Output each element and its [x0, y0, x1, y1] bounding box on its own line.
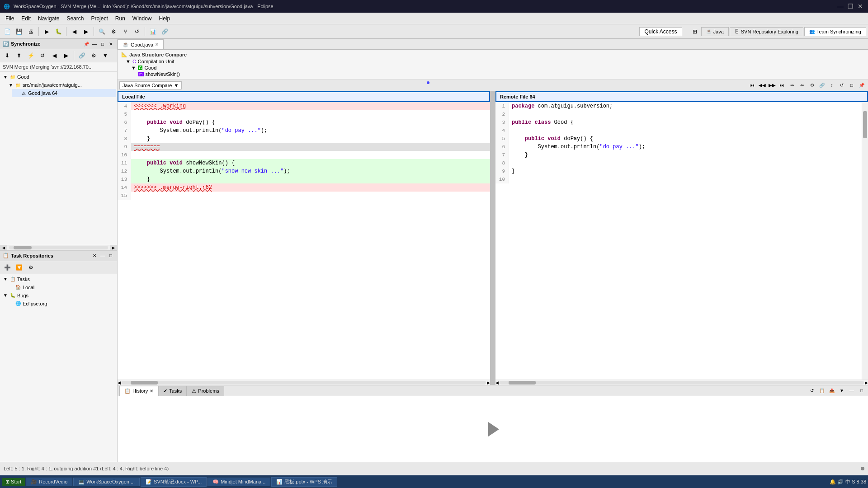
sync-pin-button[interactable]: 📌	[83, 40, 90, 47]
remote-scrollbar-v[interactable]	[862, 102, 868, 380]
print-button[interactable]: 🖨	[25, 26, 36, 37]
toolbar-btn-6[interactable]: 🔗	[159, 26, 170, 37]
remote-file-scrollbar-h[interactable]: ◀ ▶	[495, 380, 868, 385]
sync-outgoing-button[interactable]: ⬆	[14, 50, 24, 61]
taskbar-item-record[interactable]: 🎥 RecordVedio	[26, 478, 72, 486]
debug-button[interactable]: 🐛	[53, 26, 64, 37]
task-close-button[interactable]: ✕	[91, 252, 98, 259]
taskbar-item-workspace[interactable]: 💻 WorkSpaceOxygen ...	[73, 478, 140, 486]
sync-maximize-button[interactable]: □	[99, 40, 106, 47]
tree-expand-src[interactable]: ▼	[8, 82, 14, 88]
prev-button[interactable]: ◀	[69, 26, 80, 37]
menu-help[interactable]: Help	[156, 14, 174, 23]
toolbar-btn-5[interactable]: 📊	[147, 26, 158, 37]
menu-project[interactable]: Project	[87, 14, 111, 23]
quick-access-button[interactable]: Quick Access	[639, 27, 682, 36]
tree-expand-bugs[interactable]: ▼	[3, 293, 8, 298]
cmp-last-btn[interactable]: ⏭	[778, 81, 787, 90]
local-file-scrollbar-h[interactable]: ◀ ▶	[118, 380, 490, 385]
open-perspective-button[interactable]: ⊞	[689, 26, 700, 37]
cmp-next-btn[interactable]: ▶▶	[768, 81, 777, 90]
task-minimize-button[interactable]: —	[99, 252, 106, 259]
start-button[interactable]: ⊞ Start	[2, 478, 25, 486]
struct-method[interactable]: m showNewSkin()	[136, 71, 864, 77]
local-file-content[interactable]: 4 <<<<<<< .working 5 6 public void doPay…	[118, 102, 490, 380]
tree-expand-good[interactable]: ▼	[3, 74, 8, 80]
tree-item-goodjava[interactable]: ⚠ Good.java 64	[12, 89, 116, 97]
horizontal-scrollbar[interactable]: ◀ ▶	[0, 245, 117, 250]
task-maximize-button[interactable]: □	[107, 252, 114, 259]
save-button[interactable]: 💾	[14, 26, 24, 37]
tree-item-bugs[interactable]: ▼ 🐛 Bugs	[1, 291, 116, 300]
tree-item-src[interactable]: ▼ 📁 src/main/java/com/atguig...	[6, 81, 116, 89]
bottom-btn-4[interactable]: ▼	[837, 386, 846, 395]
refresh-button[interactable]: ↺	[132, 26, 142, 37]
bottom-tab-problems[interactable]: ⚠ Problems	[187, 386, 224, 396]
local-scroll-left[interactable]: ◀	[118, 380, 121, 385]
menu-edit[interactable]: Edit	[18, 14, 34, 23]
sync-dropdown-button[interactable]: ▼	[100, 50, 111, 61]
close-button[interactable]: ✕	[856, 2, 864, 10]
scroll-track[interactable]	[9, 246, 108, 249]
settings-button[interactable]: ⚙	[108, 26, 119, 37]
cmp-pin-btn[interactable]: 📌	[857, 81, 866, 90]
local-scroll-track[interactable]	[122, 381, 486, 385]
remote-scroll-left[interactable]: ◀	[495, 380, 499, 385]
minimize-button[interactable]: —	[836, 2, 844, 10]
tree-expand-tasks[interactable]: ▼	[3, 277, 8, 282]
new-button[interactable]: 📄	[2, 26, 13, 37]
scroll-left-arrow[interactable]: ◀	[0, 245, 7, 250]
tree-item-tasks[interactable]: ▼ 📋 Tasks	[1, 275, 116, 283]
remote-scroll-thumb-v[interactable]	[863, 111, 867, 138]
struct-compilation-unit[interactable]: ▼ C Compilation Unit	[125, 58, 864, 65]
sync-link-button[interactable]: 🔗	[76, 50, 87, 61]
sync-minimize-button[interactable]: —	[91, 40, 98, 47]
run-button[interactable]: ▶	[41, 26, 52, 37]
scroll-right-arrow[interactable]: ▶	[110, 245, 117, 250]
sync-refresh-button[interactable]: ↺	[37, 50, 48, 61]
struct-expand-2[interactable]: ▼	[131, 65, 136, 70]
menu-window[interactable]: Window	[129, 14, 156, 23]
taskbar-item-pptx[interactable]: 📊 黑板.pptx - WPS 演示	[271, 477, 337, 487]
scroll-thumb[interactable]	[14, 246, 32, 249]
compare-dropdown-arrow[interactable]: ▼	[174, 83, 179, 88]
menu-search[interactable]: Search	[63, 14, 87, 23]
struct-good-class[interactable]: ▼ C Good	[130, 65, 864, 71]
sync-incoming-button[interactable]: ⬇	[2, 50, 13, 61]
remote-scroll-thumb[interactable]	[509, 381, 536, 385]
perspective-java[interactable]: ☕ Java	[701, 27, 729, 36]
play-button[interactable]	[481, 418, 504, 441]
bottom-maximize-btn[interactable]: □	[857, 386, 866, 395]
sync-conflicts-button[interactable]: ⚡	[25, 50, 36, 61]
compare-dropdown[interactable]: Java Source Compare ▼	[119, 81, 182, 89]
maximize-button[interactable]: ❐	[846, 2, 854, 10]
task-filter-button[interactable]: 🔽	[14, 262, 24, 273]
local-scroll-right[interactable]: ▶	[487, 380, 490, 385]
task-add-button[interactable]: ➕	[2, 262, 13, 273]
editor-tab-close-button[interactable]: ✕	[155, 42, 159, 47]
perspective-svn[interactable]: 🗄 SVN Repository Exploring	[730, 27, 803, 36]
sync-expand-button[interactable]: ▶	[61, 50, 71, 61]
bottom-btn-3[interactable]: 📤	[827, 386, 836, 395]
local-scroll-thumb[interactable]	[131, 381, 158, 385]
cmp-prev-btn[interactable]: ◀◀	[758, 81, 767, 90]
cmp-copy-left-btn[interactable]: ⇐	[797, 81, 807, 90]
cmp-copy-right-btn[interactable]: ⇒	[788, 81, 797, 90]
cmp-maximize-btn[interactable]: □	[847, 81, 856, 90]
tree-item-eclipse[interactable]: 🌐 Eclipse.org	[6, 300, 116, 308]
tree-item-good[interactable]: ▼ 📁 Good	[1, 73, 116, 81]
taskbar-item-svn[interactable]: 📝 SVN笔记.docx - WP...	[141, 477, 207, 487]
cmp-restore-btn[interactable]: ↺	[837, 81, 846, 90]
editor-tab-goodjava[interactable]: ☕ Good.java ✕	[118, 39, 164, 49]
cmp-settings-btn[interactable]: ⚙	[807, 81, 816, 90]
perspective-team[interactable]: 👥 Team Synchronizing	[804, 27, 866, 36]
zoom-button[interactable]: 🔍	[96, 26, 107, 37]
remote-scroll-track[interactable]	[500, 381, 864, 385]
bottom-btn-1[interactable]: ↺	[807, 386, 816, 395]
taskbar-item-mindjet[interactable]: 🧠 Mindjet MindMana...	[208, 478, 270, 486]
sync-close-button[interactable]: ✕	[107, 40, 114, 47]
bottom-minimize-btn[interactable]: —	[847, 386, 856, 395]
bottom-tab-tasks[interactable]: ✔ Tasks	[158, 386, 187, 396]
cmp-link-btn[interactable]: 🔗	[817, 81, 826, 90]
sync-settings-button[interactable]: ⚙	[88, 50, 99, 61]
